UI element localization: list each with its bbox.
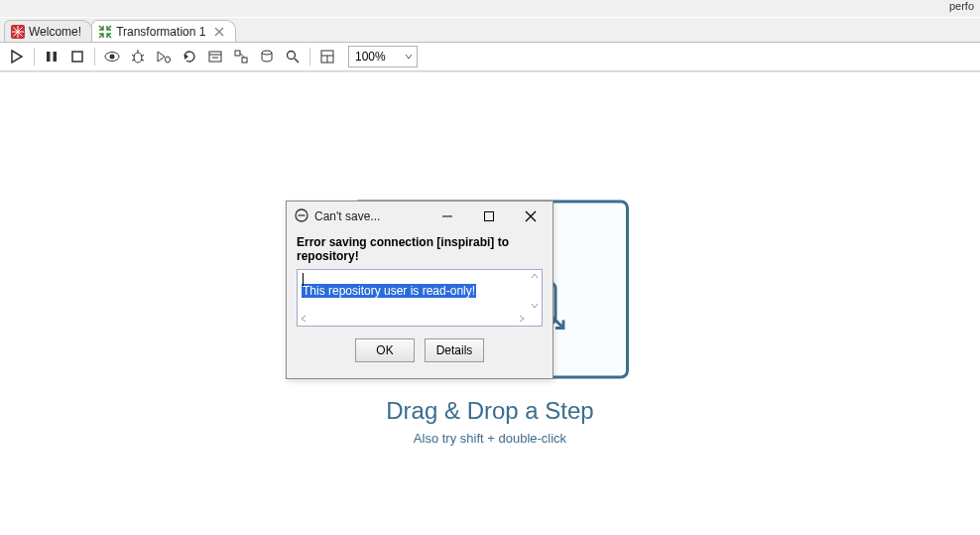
minimize-button[interactable] xyxy=(429,204,465,228)
svg-point-13 xyxy=(134,53,142,63)
svg-line-27 xyxy=(240,54,245,59)
tab-transformation[interactable]: Transformation 1 xyxy=(91,20,236,42)
svg-marker-7 xyxy=(12,51,22,63)
tab-label: Welcome! xyxy=(29,25,81,39)
svg-rect-22 xyxy=(209,52,221,62)
tab-welcome[interactable]: Welcome! xyxy=(4,20,92,42)
svg-marker-19 xyxy=(158,52,165,62)
svg-rect-25 xyxy=(235,51,240,56)
separator xyxy=(94,48,95,66)
replay-button[interactable] xyxy=(179,46,200,67)
tab-bar: Welcome! Transformation 1 xyxy=(0,18,980,42)
dialog-title: Can't save... xyxy=(314,209,424,223)
svg-point-29 xyxy=(288,52,296,60)
svg-point-12 xyxy=(110,55,115,60)
perf-label: perfo xyxy=(949,0,974,12)
details-button-label: Details xyxy=(436,343,473,357)
svg-rect-8 xyxy=(47,52,51,62)
show-results-button[interactable] xyxy=(316,46,338,67)
error-dialog: Can't save... Error saving connection [i… xyxy=(286,201,553,379)
debug-button[interactable] xyxy=(127,46,149,67)
separator xyxy=(309,48,310,66)
svg-point-28 xyxy=(262,51,272,55)
toolbar: 100% xyxy=(0,42,980,71)
search-button[interactable] xyxy=(282,46,304,67)
tab-label: Transformation 1 xyxy=(116,25,205,39)
db-explorer-button[interactable] xyxy=(256,46,278,67)
zoom-select[interactable]: 100% xyxy=(348,46,418,67)
close-button[interactable] xyxy=(513,204,549,228)
ok-button-label: OK xyxy=(376,343,393,357)
preview-button[interactable] xyxy=(101,46,123,67)
maximize-button[interactable] xyxy=(471,204,507,228)
svg-rect-9 xyxy=(54,52,58,62)
dialog-message-pane[interactable]: This repository user is read-only! xyxy=(297,269,543,327)
stop-button[interactable] xyxy=(66,46,88,67)
error-circle-icon xyxy=(295,208,308,225)
svg-marker-21 xyxy=(184,54,188,60)
svg-line-30 xyxy=(295,59,299,63)
svg-rect-26 xyxy=(242,58,247,63)
run-button[interactable] xyxy=(6,46,28,67)
svg-rect-39 xyxy=(485,212,494,221)
snowflake-icon xyxy=(11,25,25,39)
dialog-message-text: This repository user is read-only! xyxy=(302,284,476,298)
separator xyxy=(34,48,35,66)
svg-point-20 xyxy=(166,57,171,63)
drop-title: Drag & Drop a Step xyxy=(351,396,629,424)
drop-subtitle: Also try shift + double-click xyxy=(351,430,629,445)
zoom-value: 100% xyxy=(355,50,386,64)
sql-button[interactable] xyxy=(204,46,226,67)
pause-button[interactable] xyxy=(41,46,62,67)
impact-button[interactable] xyxy=(230,46,252,67)
arrows-in-icon xyxy=(98,25,112,39)
close-icon[interactable] xyxy=(213,26,225,38)
horizontal-scrollbar[interactable] xyxy=(298,312,528,326)
vertical-scrollbar[interactable] xyxy=(528,270,542,312)
debug-run-button[interactable] xyxy=(153,46,175,67)
top-status-strip: perfo xyxy=(0,0,980,18)
dialog-error-heading: Error saving connection [inspirabi] to r… xyxy=(297,235,543,263)
details-button[interactable]: Details xyxy=(425,338,484,362)
dialog-titlebar[interactable]: Can't save... xyxy=(287,201,552,231)
chevron-down-icon xyxy=(405,50,413,64)
svg-rect-10 xyxy=(72,52,82,62)
ok-button[interactable]: OK xyxy=(355,338,415,362)
